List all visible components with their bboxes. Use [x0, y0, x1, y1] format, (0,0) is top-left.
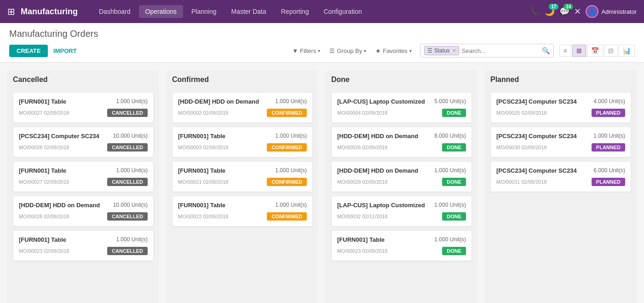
group-by-button[interactable]: ☰ Group By ▾ [327, 46, 369, 56]
status-badge: Planned [592, 109, 625, 117]
main-menu: Dashboard Operations Planning Master Dat… [92, 5, 530, 18]
filter-icon: ▼ [292, 47, 298, 54]
card-top: [LAP-CUS] Laptop Customized 5.000 Unit(s… [337, 98, 466, 105]
card-qty: 1.000 Unit(s) [434, 236, 466, 243]
nav-master-data[interactable]: Master Data [224, 5, 272, 18]
card-bottom: MO/00025 02/09/2018 Planned [496, 109, 625, 117]
page-header: Manufacturing Orders CREATE IMPORT ▼ Fil… [0, 23, 644, 63]
nav-dashboard[interactable]: Dashboard [92, 5, 137, 18]
card-bottom: MO/00027 02/09/2018 Cancelled [19, 178, 148, 186]
search-input[interactable] [462, 47, 539, 54]
card-title: [PCSC234] Computer SC234 [496, 167, 590, 174]
kanban-card[interactable]: [PCSC234] Computer SC234 1.000 Unit(s) M… [490, 127, 631, 157]
page-header-row: CREATE IMPORT ▼ Filters ▾ ☰ Group By ▾ ★… [9, 44, 635, 62]
card-top: [HDD-DEM] HDD on Demand 1.000 Unit(s) [178, 98, 307, 105]
kanban-card[interactable]: [FURN001] Table 1.000 Unit(s) MO/00027 0… [13, 161, 154, 192]
card-bottom: MO/00002 02/09/2018 Confirmed [178, 109, 307, 117]
close-session-icon[interactable]: ✕ [574, 6, 581, 17]
view-switcher: ≡ ⊞ 📅 ⊟ 📊 [559, 45, 635, 57]
kanban-card[interactable]: [FURN001] Table 1.000 Unit(s) MO/00021 0… [172, 161, 313, 192]
favorites-arrow: ▾ [409, 48, 412, 53]
group-by-icon: ☰ [329, 47, 335, 54]
card-bottom: MO/00032 02/11/2018 Done [337, 212, 466, 221]
kanban-card[interactable]: [LAP-CUS] Laptop Customized 1.000 Unit(s… [331, 196, 472, 227]
card-meta: MO/00029 02/09/2018 [337, 179, 387, 185]
kanban-card[interactable]: [FURN001] Table 1.000 Unit(s) MO/00023 0… [13, 230, 154, 261]
kanban-card[interactable]: [HDD-DEM] HDD on Demand 1.000 Unit(s) MO… [331, 161, 472, 192]
phone-icon[interactable]: 📞 [530, 6, 540, 17]
status-badge: Planned [592, 178, 625, 186]
kanban-board: Cancelled [FURN001] Table 1.000 Unit(s) … [0, 63, 644, 303]
kanban-card[interactable]: [HDD-DEM] HDD on Demand 8.000 Unit(s) MO… [331, 127, 472, 157]
user-menu[interactable]: 👤 Administrator [586, 5, 637, 18]
card-meta: MO/00023 02/09/2018 [337, 248, 387, 254]
table-view-button[interactable]: ⊟ [604, 45, 618, 57]
card-qty: 1.000 Unit(s) [116, 236, 148, 243]
column-header-cancelled: Cancelled [13, 76, 154, 87]
card-top: [PCSC234] Computer SC234 1.000 Unit(s) [496, 133, 625, 140]
nav-reporting[interactable]: Reporting [275, 5, 316, 18]
card-top: [FURN001] Table 1.000 Unit(s) [19, 236, 148, 243]
status-badge: Confirmed [267, 143, 307, 152]
group-by-label: Group By [337, 47, 362, 54]
card-bottom: MO/00028 02/09/2018 Cancelled [19, 212, 148, 221]
kanban-card[interactable]: [LAP-CUS] Laptop Customized 5.000 Unit(s… [331, 92, 472, 123]
notification-bell-2[interactable]: 💬 24 [559, 6, 569, 17]
card-top: [FURN001] Table 1.000 Unit(s) [178, 202, 307, 209]
card-bottom: MO/00031 02/09/2018 Planned [496, 178, 625, 186]
kanban-card[interactable]: [FURN001] Table 1.000 Unit(s) MO/00023 0… [331, 230, 472, 261]
search-icon[interactable]: 🔍 [542, 47, 550, 54]
kanban-card[interactable]: [PCSC234] Computer SC234 4.000 Unit(s) M… [490, 92, 631, 123]
status-filter-tag[interactable]: ☰ Status × [424, 46, 459, 55]
list-view-button[interactable]: ≡ [559, 45, 571, 57]
kanban-card[interactable]: [HDD-DEM] HDD on Demand 1.000 Unit(s) MO… [172, 92, 313, 123]
nav-planning[interactable]: Planning [185, 5, 223, 18]
card-title: [FURN001] Table [19, 236, 112, 243]
create-button[interactable]: CREATE [9, 45, 48, 57]
status-badge: Cancelled [107, 178, 148, 186]
card-bottom: MO/00030 02/09/2018 Planned [496, 143, 625, 152]
card-top: [FURN001] Table 1.000 Unit(s) [178, 167, 307, 174]
card-top: [HDD-DEM] HDD on Demand 8.000 Unit(s) [337, 133, 466, 140]
kanban-card[interactable]: [FURN001] Table 1.000 Unit(s) MO/00022 0… [172, 196, 313, 227]
kanban-card[interactable]: [FURN001] Table 1.000 Unit(s) MO/00003 0… [172, 127, 313, 157]
favorites-button[interactable]: ★ Favorites ▾ [373, 46, 414, 56]
apps-grid-icon[interactable]: ⊞ [7, 6, 15, 17]
notification-bell-1[interactable]: 🌙 17 [545, 6, 555, 17]
kanban-view-button[interactable]: ⊞ [572, 45, 586, 57]
card-qty: 6.000 Unit(s) [593, 167, 625, 174]
card-title: [FURN001] Table [19, 167, 112, 174]
kanban-card[interactable]: [HDD-DEM] HDD on Demand 10.000 Unit(s) M… [13, 196, 154, 227]
calendar-view-button[interactable]: 📅 [587, 45, 603, 57]
card-top: [FURN001] Table 1.000 Unit(s) [178, 133, 307, 140]
card-meta: MO/00028 02/09/2018 [19, 214, 69, 219]
filters-button[interactable]: ▼ Filters ▾ [289, 46, 323, 56]
card-bottom: MO/00027 02/09/2018 Cancelled [19, 109, 148, 117]
nav-configuration[interactable]: Configuration [317, 5, 368, 18]
card-qty: 1.000 Unit(s) [434, 202, 466, 208]
card-title: [LAP-CUS] Laptop Customized [337, 202, 431, 209]
card-meta: MO/00025 02/09/2018 [496, 110, 546, 116]
kanban-card[interactable]: [PCSC234] Computer SC234 6.000 Unit(s) M… [490, 161, 631, 192]
status-badge: Cancelled [107, 109, 148, 117]
card-bottom: MO/00023 02/09/2018 Done [337, 247, 466, 255]
kanban-card[interactable]: [PCSC234] Computer SC234 10.000 Unit(s) … [13, 127, 154, 157]
status-badge: Confirmed [267, 109, 307, 117]
status-badge: Done [442, 143, 466, 152]
status-badge: Cancelled [107, 143, 148, 152]
card-meta: MO/00022 02/09/2018 [178, 214, 228, 219]
filter-tag-close[interactable]: × [453, 47, 456, 54]
column-header-planned: Planned [490, 76, 631, 87]
import-button[interactable]: IMPORT [53, 47, 77, 54]
kanban-card[interactable]: [FURN001] Table 1.000 Unit(s) MO/00027 0… [13, 92, 154, 123]
card-qty: 1.000 Unit(s) [275, 167, 307, 174]
status-badge: Cancelled [107, 212, 148, 221]
card-meta: MO/00003 02/09/2018 [178, 145, 228, 150]
card-meta: MO/00030 02/09/2018 [496, 145, 546, 150]
card-meta: MO/00028 02/09/2018 [19, 145, 69, 150]
column-header-done: Done [331, 76, 472, 87]
column-header-confirmed: Confirmed [172, 76, 313, 87]
card-meta: MO/00031 02/09/2018 [496, 179, 546, 185]
chart-view-button[interactable]: 📊 [619, 45, 635, 57]
nav-operations[interactable]: Operations [139, 5, 183, 18]
